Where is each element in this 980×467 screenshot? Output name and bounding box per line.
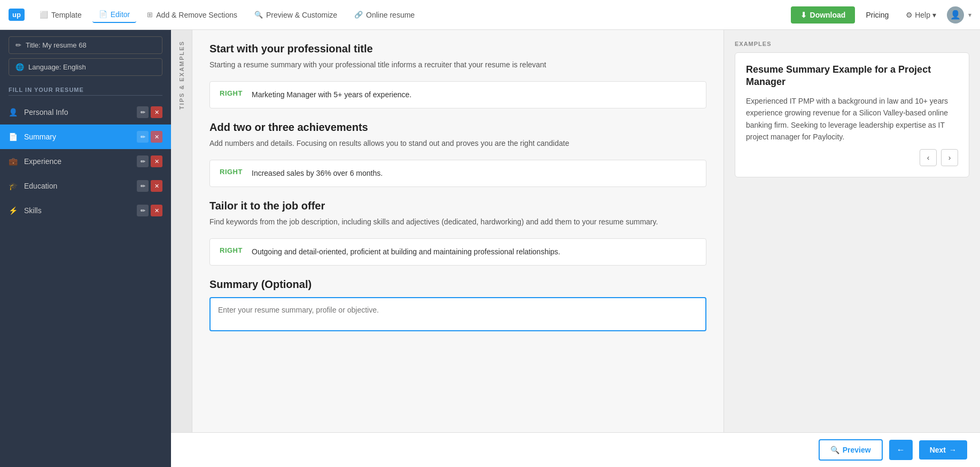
edit-education-button[interactable]: ✏	[137, 180, 149, 192]
tip-section-2: Add two or three achievements Add number…	[209, 121, 706, 187]
content-area: TIPS & EXAMPLES Start with your professi…	[171, 30, 980, 432]
examples-label: EXAMPLES	[735, 41, 969, 47]
sidebar-item-summary[interactable]: 📄 Summary ✏ ✕	[0, 124, 171, 149]
logo[interactable]: up	[9, 9, 25, 21]
nav-editor[interactable]: 📄 Editor	[92, 7, 137, 23]
top-nav: up ⬜ Template 📄 Editor ⊞ Add & Remove Se…	[0, 0, 980, 30]
delete-experience-button[interactable]: ✕	[151, 155, 162, 167]
back-button[interactable]: ←	[889, 440, 913, 460]
edit-personal-info-button[interactable]: ✏	[137, 106, 149, 118]
template-icon: ⬜	[40, 11, 48, 19]
next-button[interactable]: Next →	[919, 440, 967, 460]
delete-skills-button[interactable]: ✕	[151, 205, 162, 216]
sidebar-item-experience[interactable]: 💼 Experience ✏ ✕	[0, 149, 171, 174]
example-next-button[interactable]: ›	[941, 149, 958, 166]
right-badge-2: RIGHT	[220, 168, 243, 176]
next-arrow-icon: →	[949, 446, 956, 454]
sidebar-item-actions: ✏ ✕	[137, 205, 162, 216]
sidebar-item-label: Skills	[24, 206, 130, 215]
sidebar-item-label: Education	[24, 182, 130, 190]
example-card-body: Experienced IT PMP with a background in …	[746, 95, 958, 143]
example-box-2: RIGHT Increased sales by 36% over 6 mont…	[209, 160, 706, 187]
example-text-3: Outgoing and detail-oriented, proficient…	[252, 246, 560, 258]
examples-panel: EXAMPLES Resume Summary Example for a Pr…	[724, 30, 980, 432]
main-scroll-content: Start with your professional title Start…	[192, 30, 724, 432]
personal-info-icon: 👤	[9, 108, 18, 116]
summary-icon: 📄	[9, 133, 18, 141]
tip-desc-1: Starting a resume summary with your prof…	[209, 59, 706, 71]
tip-section-3: Tailor it to the job offer Find keywords…	[209, 200, 706, 266]
sidebar-item-actions: ✏ ✕	[137, 131, 162, 143]
edit-summary-button[interactable]: ✏	[137, 131, 149, 143]
sidebar-item-actions: ✏ ✕	[137, 106, 162, 118]
sidebar: ✏ Title: My resume 68 🌐 Language: Englis…	[0, 30, 171, 467]
help-link[interactable]: ⚙ Help ▾	[899, 7, 943, 22]
fill-label: FILL IN YOUR RESUME	[0, 82, 171, 95]
edit-title-icon: ✏	[15, 41, 21, 49]
preview-button[interactable]: 🔍 Preview	[819, 439, 883, 461]
preview-icon: 🔍	[830, 446, 839, 454]
delete-personal-info-button[interactable]: ✕	[151, 106, 162, 118]
sidebar-item-skills[interactable]: ⚡ Skills ✏ ✕	[0, 198, 171, 223]
example-box-3: RIGHT Outgoing and detail-oriented, prof…	[209, 238, 706, 266]
experience-icon: 💼	[9, 157, 18, 166]
tip-section-1: Start with your professional title Start…	[209, 43, 706, 108]
summary-textarea-container	[209, 297, 706, 331]
sidebar-item-education[interactable]: 🎓 Education ✏ ✕	[0, 174, 171, 198]
avatar-chevron: ▾	[968, 11, 971, 19]
preview-icon: 🔍	[254, 11, 263, 19]
download-icon: ⬇	[800, 11, 807, 19]
example-text-2: Increased sales by 36% over 6 months.	[252, 168, 383, 179]
nav-template[interactable]: ⬜ Template	[33, 7, 88, 22]
example-card-title: Resume Summary Example for a Project Man…	[746, 64, 958, 89]
download-button[interactable]: ⬇ Download	[791, 6, 855, 24]
editor-icon: 📄	[99, 10, 107, 18]
avatar-icon: 👤	[950, 10, 961, 20]
sidebar-item-actions: ✏ ✕	[137, 155, 162, 167]
nav-preview[interactable]: 🔍 Preview & Customize	[248, 7, 344, 22]
language-button[interactable]: 🌐 Language: English	[9, 58, 162, 76]
pricing-link[interactable]: Pricing	[859, 7, 895, 22]
tip-desc-3: Find keywords from the job description, …	[209, 216, 706, 228]
sidebar-item-label: Personal Info	[24, 108, 130, 116]
title-button[interactable]: ✏ Title: My resume 68	[9, 36, 162, 54]
sidebar-item-label: Experience	[24, 157, 130, 166]
skills-icon: ⚡	[9, 206, 18, 215]
help-icon: ⚙	[906, 11, 913, 19]
example-card: Resume Summary Example for a Project Man…	[735, 52, 969, 177]
sidebar-item-actions: ✏ ✕	[137, 180, 162, 192]
education-icon: 🎓	[9, 182, 18, 190]
edit-skills-button[interactable]: ✏	[137, 205, 149, 216]
sidebar-buttons: ✏ Title: My resume 68 🌐 Language: Englis…	[0, 30, 171, 82]
example-prev-button[interactable]: ‹	[920, 149, 937, 166]
edit-experience-button[interactable]: ✏	[137, 155, 149, 167]
sidebar-divider	[9, 95, 162, 96]
delete-summary-button[interactable]: ✕	[151, 131, 162, 143]
tip-desc-2: Add numbers and details. Focusing on res…	[209, 138, 706, 149]
nav-online-resume[interactable]: 🔗 Online resume	[348, 7, 421, 22]
sidebar-item-label: Summary	[24, 133, 130, 141]
optional-section-title: Summary (Optional)	[209, 278, 706, 291]
summary-textarea[interactable]	[211, 298, 705, 330]
help-chevron-icon: ▾	[932, 11, 936, 19]
tip-heading-2: Add two or three achievements	[209, 121, 706, 134]
tip-heading-1: Start with your professional title	[209, 43, 706, 55]
bottom-bar: 🔍 Preview ← Next →	[171, 432, 980, 467]
example-text-1: Marketing Manager with 5+ years of exper…	[252, 89, 411, 100]
delete-education-button[interactable]: ✕	[151, 180, 162, 192]
online-resume-icon: 🔗	[354, 11, 363, 19]
avatar[interactable]: 👤	[947, 6, 964, 24]
back-arrow-icon: ←	[897, 445, 905, 454]
add-remove-icon: ⊞	[147, 11, 153, 19]
right-badge-3: RIGHT	[220, 246, 243, 254]
sidebar-item-personal-info[interactable]: 👤 Personal Info ✏ ✕	[0, 100, 171, 124]
tips-label: TIPS & EXAMPLES	[178, 41, 185, 110]
language-icon: 🌐	[15, 63, 24, 71]
example-box-1: RIGHT Marketing Manager with 5+ years of…	[209, 81, 706, 108]
main-layout: ✏ Title: My resume 68 🌐 Language: Englis…	[0, 30, 980, 467]
example-navigation: ‹ ›	[746, 149, 958, 166]
right-badge-1: RIGHT	[220, 89, 243, 97]
tips-panel: TIPS & EXAMPLES	[171, 30, 192, 432]
tip-heading-3: Tailor it to the job offer	[209, 200, 706, 212]
nav-add-remove[interactable]: ⊞ Add & Remove Sections	[141, 7, 244, 22]
